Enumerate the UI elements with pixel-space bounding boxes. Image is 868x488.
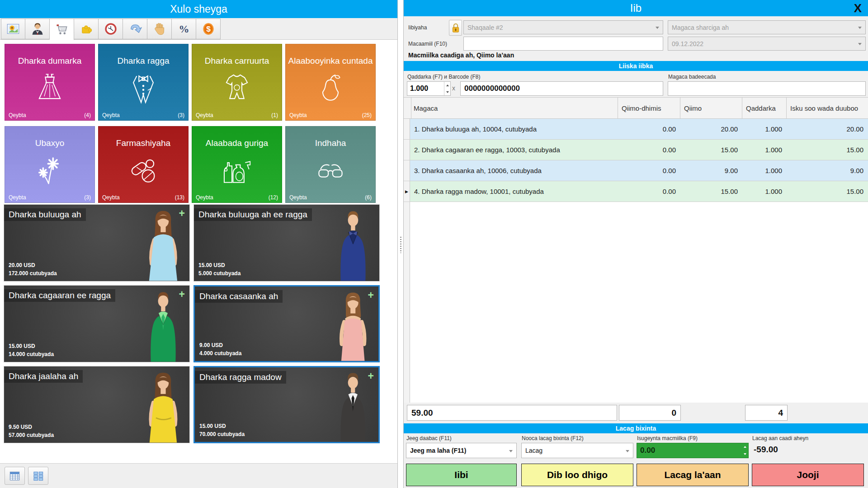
row-total: 15.00: [787, 140, 868, 160]
row-name: 2. Dharka cagaaran ee ragga, 10003, cutu…: [410, 140, 618, 160]
category-name: Alaabooyinka cuntada: [286, 56, 375, 66]
close-icon[interactable]: X: [854, 0, 862, 16]
category-count: (1): [271, 112, 278, 118]
toolbar-button-history[interactable]: [99, 19, 123, 39]
pictures-icon: [6, 22, 20, 36]
column-header-qiimo[interactable]: Qiimo: [680, 98, 742, 118]
payment-type-select[interactable]: Lacag: [521, 443, 633, 458]
category-footer-label: Qeybta: [196, 194, 213, 201]
row-qty: 1.000: [742, 160, 787, 181]
add-product-icon[interactable]: +: [179, 289, 185, 300]
product-tile-dharka-cagaaran-ee-ragga[interactable]: Dharka cagaaran ee ragga + 15.00 USD14.0…: [4, 285, 190, 362]
category-name: Dharka ragga: [99, 56, 188, 66]
customer-total-stepper[interactable]: 0.00: [637, 443, 749, 458]
category-tile-alaabada-guriga[interactable]: Alaabada guriga Qeybta(12): [192, 126, 282, 203]
product-photo-woman-blue-dress: [140, 208, 187, 281]
table-row[interactable]: 2. Dharka cagaaran ee ragga, 10003, cutu…: [404, 140, 868, 160]
toolbar-button-pictures[interactable]: [1, 19, 25, 39]
hold-sale-button[interactable]: Dib loo dhigo: [521, 464, 633, 486]
table-view-icon: [9, 470, 21, 482]
row-discount: 0.00: [618, 119, 680, 139]
customer-input[interactable]: [463, 37, 663, 51]
column-header-qaddarka[interactable]: Qaddarka: [742, 98, 787, 118]
cancel-button[interactable]: Jooji: [752, 464, 864, 486]
row-discount: 0.00: [618, 160, 680, 181]
quantity-input[interactable]: [407, 82, 444, 95]
add-product-icon[interactable]: +: [368, 290, 374, 300]
chevron-down-icon: [509, 450, 513, 452]
column-header-isku-soo-wada-duuboo[interactable]: Isku soo wada duuboo: [787, 98, 868, 118]
product-tile-dharka-ragga-madow[interactable]: Dharka ragga madow + 15.00 USD70.000 cut…: [193, 366, 380, 443]
product-search-input[interactable]: [668, 81, 866, 96]
add-product-icon[interactable]: +: [179, 208, 185, 219]
category-tile-farmashiyaha[interactable]: Farmashiyaha Qeybta(13): [98, 126, 189, 203]
row-total: 9.00: [787, 160, 868, 181]
category-name: Indhaha: [286, 138, 375, 148]
pos-app: Xulo sheyga %: [0, 0, 868, 488]
category-count: (4): [84, 112, 91, 118]
column-header-qiimo-dhimis[interactable]: Qiimo-dhimis: [618, 98, 680, 118]
product-price: 20.00 USD: [9, 262, 57, 269]
column-header-magaca[interactable]: Magaca: [410, 98, 618, 118]
toolbar-button-hold[interactable]: [147, 19, 172, 39]
plugins-icon: [80, 22, 93, 36]
product-price: 9.00 USD: [199, 342, 241, 349]
barcode-input[interactable]: [460, 81, 663, 96]
payment-type-label: Nooca lacag bixinta (F12): [522, 435, 584, 441]
household-icon: [219, 153, 255, 188]
lock-button[interactable]: [449, 20, 462, 36]
view-table-button[interactable]: [5, 467, 25, 485]
customer-total-up-icon[interactable]: [741, 443, 748, 450]
category-tile-indhaha[interactable]: Indhaha Qeybta(6): [285, 126, 376, 203]
return-arrow-icon: [128, 22, 142, 36]
customer-total-down-icon[interactable]: [741, 450, 748, 458]
customer-note: Macmiilka caadiga ah, Qiimo la’aan: [408, 52, 514, 59]
toolbar-button-return[interactable]: [123, 19, 147, 39]
change-value: -59.00: [754, 445, 778, 455]
left-bottombar: [0, 463, 397, 488]
sale-list-header: Liiska iibka: [404, 61, 868, 71]
category-tile-dharka-ragga[interactable]: Dharka ragga Qeybta(3): [98, 44, 189, 121]
toolbar-button-customer[interactable]: [25, 19, 50, 39]
product-photo-man-navy-suit: [330, 208, 377, 281]
percent-icon: %: [177, 22, 191, 36]
seller-label: Iibiyaha: [408, 24, 427, 31]
product-tile-dharka-buluuga-ah[interactable]: Dharka buluuga ah + 20.00 USD172.000 cut…: [4, 204, 190, 282]
quantity-stepper[interactable]: [407, 81, 451, 96]
category-tile-alaabooyinka-cuntada[interactable]: Alaabooyinka cuntada Qeybta(25): [285, 44, 376, 121]
row-discount: 0.00: [618, 181, 680, 202]
dress-icon: [32, 70, 67, 106]
quantity-up-icon[interactable]: [444, 82, 450, 89]
category-tile-dharka-dumarka[interactable]: Dharka dumarka Qeybta(4): [5, 44, 95, 121]
pills-icon: [126, 153, 161, 188]
product-tile-dharka-buluuga-ah-ee-ragga[interactable]: Dharka buluuga ah ee ragga 15.00 USD5.00…: [193, 204, 380, 282]
category-tile-ubaxyo[interactable]: Ubaxyo Qeybta(3): [5, 126, 95, 203]
toolbar-button-cart[interactable]: [50, 19, 74, 40]
panel-splitter[interactable]: [398, 0, 404, 488]
no-cash-button[interactable]: Lacag la'aan: [637, 464, 749, 486]
sell-button[interactable]: Iibi: [406, 464, 517, 486]
left-titlebar: Xulo sheyga: [0, 0, 397, 18]
table-row-current[interactable]: ▶ 4. Dharka ragga madow, 10001, cutubyad…: [404, 181, 868, 202]
toolbar-button-payment[interactable]: $: [196, 19, 221, 39]
row-name: 1. Dharka buluuga ah, 10004, cutubyada: [410, 119, 618, 139]
legal-name-select[interactable]: Magaca sharciga ah: [668, 20, 866, 34]
glasses-icon: [313, 153, 348, 188]
table-row[interactable]: 3. Dharka casaanka ah, 10006, cutubyada …: [404, 160, 868, 181]
sale-titlebar: Iib X: [404, 0, 868, 16]
seller-select[interactable]: Shaqaale #2: [463, 20, 663, 34]
sale-window: Iib X Iibiyaha Shaqaale #2 Magaca sharci…: [404, 0, 868, 488]
product-name: Dharka casaanka ah: [195, 290, 283, 303]
toolbar-button-discount[interactable]: %: [172, 19, 196, 39]
table-row[interactable]: 1. Dharka buluuga ah, 10004, cutubyada 0…: [404, 119, 868, 140]
toolbar-button-plugins[interactable]: [74, 19, 99, 39]
receipt-print-select[interactable]: Jeeg ma laha (F11): [406, 443, 517, 458]
product-tile-dharka-jaalaha-ah[interactable]: Dharka jaalaha ah 9.50 USD57.000 cutubya…: [4, 366, 190, 443]
product-tile-dharka-casaanka-ah[interactable]: Dharka casaanka ah + 9.00 USD4.000 cutub…: [193, 285, 380, 362]
date-select[interactable]: 09.12.2022: [668, 37, 866, 51]
row-qty: 1.000: [742, 119, 787, 139]
quantity-down-icon[interactable]: [444, 89, 450, 95]
category-tile-dharka-carruurta[interactable]: Dharka carruurta Qeybta(1): [192, 44, 282, 121]
view-tiles-button[interactable]: [28, 467, 48, 485]
add-product-icon[interactable]: +: [368, 371, 374, 381]
